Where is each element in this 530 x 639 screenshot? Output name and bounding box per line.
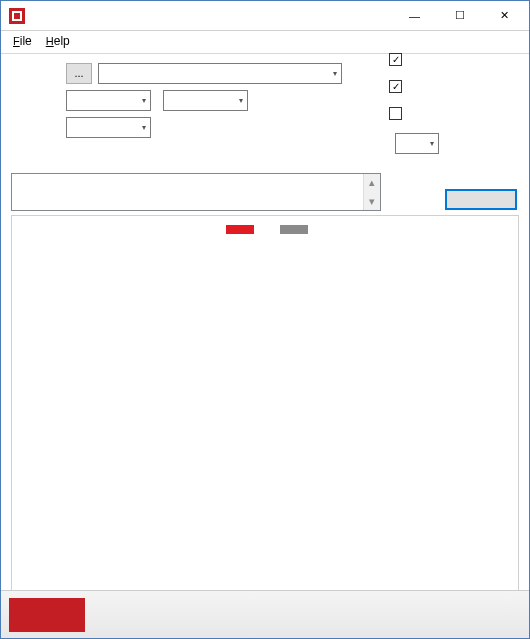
drive-browse-button[interactable]: ... xyxy=(66,63,92,84)
scrollbar[interactable]: ▴▾ xyxy=(363,174,380,210)
start-button[interactable] xyxy=(445,189,517,210)
footer xyxy=(1,590,529,638)
menubar: File Help xyxy=(1,31,529,51)
titlebar: — ☐ ✕ xyxy=(1,1,529,31)
chevron-down-icon: ▾ xyxy=(333,69,337,78)
chevron-down-icon: ▾ xyxy=(142,123,146,132)
minimize-button[interactable]: — xyxy=(392,1,437,30)
queue-depth-select[interactable]: ▾ xyxy=(395,133,439,154)
menu-file[interactable]: File xyxy=(7,33,38,49)
chevron-down-icon: ▾ xyxy=(239,96,243,105)
app-icon xyxy=(9,8,25,24)
col-read xyxy=(444,236,514,250)
svg-rect-2 xyxy=(14,13,20,19)
legend-read-swatch xyxy=(280,225,308,234)
direct-io-checkbox[interactable]: ✓ xyxy=(389,53,519,66)
iosize-to-select[interactable]: ▾ xyxy=(163,90,248,111)
chart xyxy=(16,236,294,604)
legend-write-swatch xyxy=(226,225,254,234)
atto-logo xyxy=(9,598,85,632)
drive-select[interactable]: ▾ xyxy=(98,63,342,84)
iosize-from-select[interactable]: ▾ xyxy=(66,90,151,111)
chevron-down-icon: ▾ xyxy=(142,96,146,105)
menu-help[interactable]: Help xyxy=(40,33,76,49)
maximize-button[interactable]: ☐ xyxy=(437,1,482,30)
col-write xyxy=(360,236,430,250)
chevron-down-icon: ▾ xyxy=(430,139,434,148)
filesize-select[interactable]: ▾ xyxy=(66,117,151,138)
bypass-cache-checkbox[interactable]: ✓ xyxy=(389,80,519,93)
close-button[interactable]: ✕ xyxy=(482,1,527,30)
results-panel xyxy=(11,215,519,628)
verify-data-checkbox[interactable] xyxy=(389,107,519,120)
controls-panel: ... ▾ ✓ ▾ ▾ ✓ ▾ ▾ xyxy=(1,57,529,171)
device-textarea[interactable]: ▴▾ xyxy=(11,173,381,211)
queue-depth-row: ▾ xyxy=(389,133,519,154)
legend xyxy=(16,222,514,234)
data-table xyxy=(294,236,514,604)
